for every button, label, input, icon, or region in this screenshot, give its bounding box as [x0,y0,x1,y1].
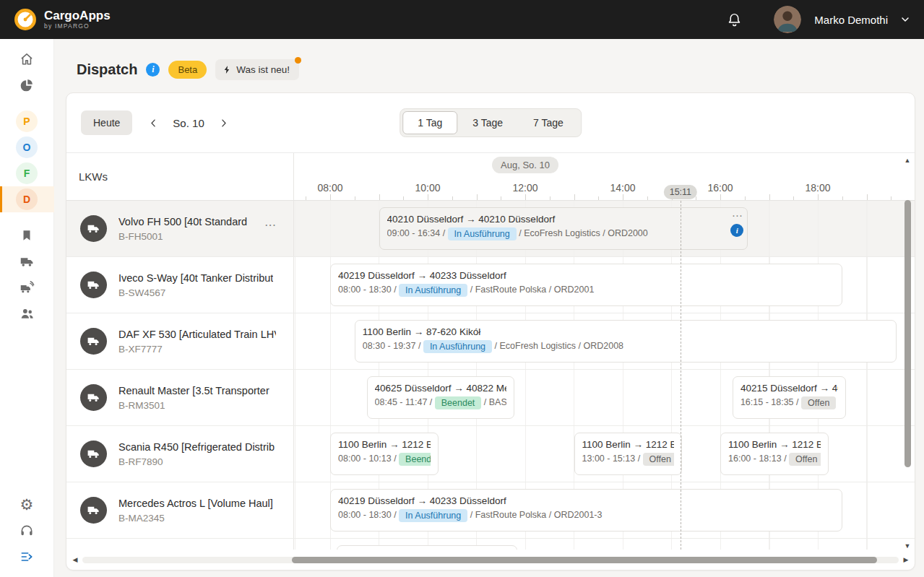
prev-day-button[interactable] [142,112,164,134]
whats-new-button[interactable]: Was ist neu! [215,59,299,80]
trip-meta: 13:00 - 15:13 / Offen [582,453,675,466]
scroll-down-arrow[interactable]: ▼ [903,542,912,550]
truck-resource[interactable]: Iveco S-Way [40t Tanker Distribut B-SW45… [66,257,294,313]
sidebar-item-settings[interactable]: ⚙ [0,492,54,518]
sidebar-item-trucks[interactable] [0,248,54,274]
sidebar: P O F D ⚙ [0,39,54,577]
sidebar-item-support[interactable] [0,518,54,544]
dispatch-board: Heute So. 10 1 Tag3 Tage7 Tage LKWs Aug,… [66,92,915,571]
trip-card[interactable] [337,545,517,550]
truck-resource[interactable]: Volvo FH 500 [40t Standard B-FH5001 ⋯ [66,201,294,256]
cargoapps-logo[interactable]: CargoApps by IMPARGO [13,7,111,32]
sidebar-item-home[interactable] [0,46,54,72]
trip-card[interactable]: 1100 Berlin → 1212 Ber 16:00 - 18:13 / O… [720,433,829,475]
sidebar-workspace-F[interactable]: F [0,160,54,186]
chevron-left-icon [148,118,159,129]
time-tick [403,196,404,200]
sidebar-item-bookmarks[interactable] [0,222,54,248]
vertical-scroll-thumb[interactable] [904,200,911,467]
truck-icon [87,278,100,292]
sidebar-collapse-button[interactable] [0,544,54,570]
scroll-up-arrow[interactable]: ▲ [903,157,912,164]
workspace-initial: P [16,110,38,132]
trip-meta: 08:00 - 18:30 / In Ausführung / FastRout… [338,509,834,522]
sidebar-item-statistics[interactable] [0,72,54,98]
scroll-right-arrow[interactable]: ▶ [902,556,910,563]
avatar[interactable] [774,6,801,33]
trip-card[interactable]: 1100 Berlin → 1212 Ber 13:00 - 15:13 / O… [574,433,683,475]
time-tick [793,196,794,200]
truck-schedule-lane: 1100 Berlin → 87-620 Kikół 08:30 - 19:37… [294,313,915,369]
truck-resource[interactable]: Scania R450 [Refrigerated Distrib B-RF78… [66,426,294,482]
scroll-left-arrow[interactable]: ◀ [71,556,79,563]
sidebar-workspace-P[interactable]: P [0,108,54,134]
trip-route: 1100 Berlin → 1212 Ber [582,439,675,450]
view-option-3-Tage[interactable]: 3 Tage [457,111,518,134]
time-tick [623,194,623,200]
truck-avatar [80,497,107,524]
truck-icon [87,447,100,461]
trip-meta: 08:30 - 19:37 / In Ausführung / EcoFresh… [363,340,889,353]
view-option-1-Tag[interactable]: 1 Tag [402,111,457,134]
timeline-header: LKWs Aug, So. 10 15:11 08:0010:0012:0014… [66,152,915,201]
gear-icon: ⚙ [20,496,34,513]
truck-schedule-lane: 40219 Düsseldorf → 40233 Düsseldorf 08:0… [294,482,915,538]
sidebar-workspace-D[interactable]: D [0,186,54,212]
truck-plate: B-SW4567 [118,287,273,298]
team-icon [20,306,35,321]
today-button[interactable]: Heute [81,110,132,135]
truck-resource[interactable]: Renault Master [3.5t Transporter B-RM350… [66,370,294,425]
trip-more-button[interactable]: ⋯ [732,212,743,220]
trip-card[interactable]: 40219 Düsseldorf → 40233 Düsseldorf 08:0… [330,489,842,532]
truck-row: Iveco S-Way [40t Tanker Distribut B-SW45… [66,257,915,313]
truck-more-button[interactable]: ⋯ [264,218,276,232]
logo-gauge-icon [13,7,38,32]
vertical-scroll-track[interactable] [904,164,911,542]
time-tick [452,196,453,200]
next-day-button[interactable] [213,112,235,134]
topbar: CargoApps by IMPARGO Marko Demothi [0,0,924,39]
hour-label: 16:00 [707,182,733,194]
notification-dot [295,57,301,64]
trip-card[interactable]: 40210 Düsseldorf → 40210 Düsseldorf 09:0… [379,207,748,250]
sidebar-workspace-O[interactable]: O [0,134,54,160]
truck-texts: Renault Master [3.5t Transporter B-RM350… [118,385,269,411]
sidebar-item-team[interactable] [0,300,54,326]
truck-texts: DAF XF 530 [Articulated Train LHV B-XF77… [118,329,276,355]
notifications-button[interactable] [723,9,745,30]
trip-card[interactable]: 1100 Berlin → 1212 Ber 08:00 - 10:13 / B… [330,433,439,475]
sidebar-item-telematics[interactable] [0,274,54,300]
truck-avatar [80,215,107,242]
trip-card[interactable]: 40219 Düsseldorf → 40233 Düsseldorf 08:0… [330,264,842,306]
truck-avatar [80,272,107,298]
truck-resource[interactable] [66,539,294,550]
horizontal-scroll-track[interactable] [82,557,899,563]
trip-status-badge: Beendet [399,453,431,466]
truck-name: Mercedes Actros L [Volume Haul] [118,498,273,509]
trip-route: 40625 Düsseldorf → 40822 Mettm [375,383,507,394]
trip-status-badge: In Ausführung [423,340,492,353]
lightning-icon [223,64,232,75]
truck-row: Volvo FH 500 [40t Standard B-FH5001 ⋯ 40… [66,201,915,257]
truck-resource[interactable]: Mercedes Actros L [Volume Haul] B-MA2345 [66,482,294,538]
trip-info-icon[interactable]: i [730,224,743,237]
timeline-date-pill: Aug, So. 10 [492,157,558,173]
bookmark-icon [20,229,33,242]
horizontal-scroll-thumb[interactable] [292,557,877,563]
trip-card[interactable]: 1100 Berlin → 87-620 Kikół 08:30 - 19:37… [355,320,897,363]
trip-meta: 16:00 - 18:13 / Offen [728,453,821,466]
truck-schedule-lane: 1100 Berlin → 1212 Ber 08:00 - 10:13 / B… [294,426,915,482]
truck-resource[interactable]: DAF XF 530 [Articulated Train LHV B-XF77… [66,313,294,369]
truck-plate: B-MA2345 [118,513,273,524]
dispatch-info-icon[interactable]: i [146,63,160,77]
time-tick [330,194,331,200]
view-option-7-Tage[interactable]: 7 Tage [518,111,579,134]
truck-avatar [80,384,107,411]
resources-header: LKWs [66,153,294,200]
home-icon [20,52,34,66]
trip-card[interactable]: 40625 Düsseldorf → 40822 Mettm 08:45 - 1… [367,376,515,419]
brand-name: CargoApps [44,9,111,22]
user-menu-button[interactable] [899,14,911,25]
trip-card[interactable]: 40215 Düsseldorf → 4061 16:15 - 18:35 / … [733,376,847,419]
trip-status-badge: Beendet [435,396,482,409]
